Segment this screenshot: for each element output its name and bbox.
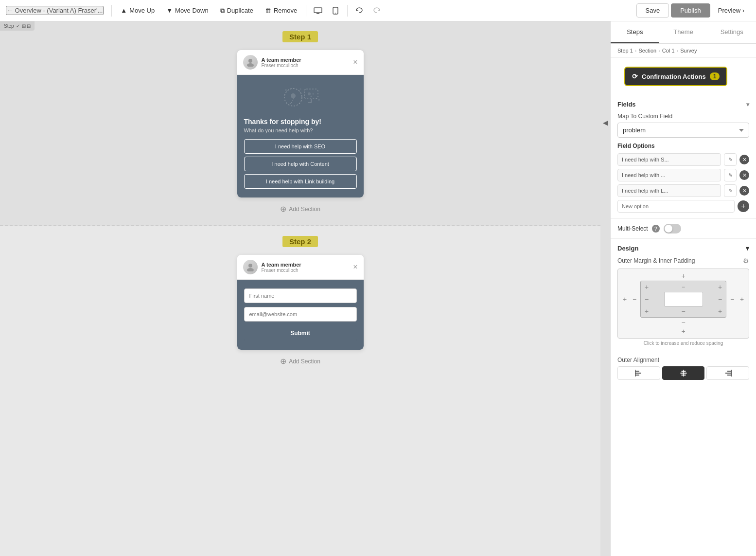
field-option-row-2: ✎ ✕	[617, 169, 749, 181]
margin-right-minus[interactable]: −	[728, 295, 736, 303]
field-option-remove-1[interactable]: ✕	[739, 155, 749, 164]
padding-right-minus[interactable]: −	[716, 295, 724, 303]
choice-btn-3[interactable]: I need help with Link building	[244, 174, 357, 189]
field-option-row-1: ✎ ✕	[617, 153, 749, 166]
breadcrumb-step1[interactable]: Step 1	[617, 48, 633, 54]
svg-point-14	[318, 99, 320, 101]
step2-add-section[interactable]: ⊕ Add Section	[0, 350, 600, 373]
align-right-button[interactable]	[706, 366, 749, 380]
field-option-input-3[interactable]	[617, 184, 721, 197]
field-option-input-2[interactable]	[617, 169, 721, 181]
map-custom-field-select[interactable]: problem topic interest category	[617, 123, 749, 138]
gear-icon[interactable]: ⚙	[743, 257, 749, 265]
design-section-header[interactable]: Design ▾	[617, 245, 749, 252]
first-name-field[interactable]	[244, 288, 357, 303]
conf-actions-label: Confirmation Actions	[642, 73, 706, 80]
step2-label: Step 2	[282, 236, 318, 247]
move-up-button[interactable]: ▲ Move Up	[116, 4, 159, 17]
tab-theme[interactable]: Theme	[659, 21, 708, 43]
align-center-button[interactable]	[662, 366, 705, 380]
email-field[interactable]	[244, 307, 357, 322]
tab-settings[interactable]: Settings	[707, 21, 756, 43]
padding-top-minus[interactable]: −	[680, 283, 687, 291]
new-option-add-button[interactable]: +	[738, 200, 749, 212]
breadcrumb-survey[interactable]: Survey	[680, 48, 697, 54]
padding-right-plus[interactable]: +	[716, 283, 724, 291]
confirmation-actions-button[interactable]: ⟳ Confirmation Actions 1	[624, 67, 727, 86]
svg-point-10	[312, 93, 314, 94]
save-button[interactable]: Save	[636, 3, 669, 18]
new-option-input[interactable]	[617, 200, 735, 213]
breadcrumb-col1[interactable]: Col 1	[662, 48, 675, 54]
panel-toggle-button[interactable]: ◀	[603, 119, 608, 126]
panel-tabs: Steps Theme Settings	[611, 21, 756, 44]
svg-point-7	[291, 93, 296, 98]
svg-rect-20	[635, 370, 636, 377]
padding-left-minus[interactable]: −	[643, 295, 651, 303]
margin-top-plus[interactable]: +	[680, 272, 687, 280]
step1-card-close[interactable]: ×	[353, 58, 357, 67]
svg-rect-28	[731, 370, 732, 377]
undo-button[interactable]	[352, 3, 367, 18]
padding-br-plus[interactable]: +	[716, 307, 724, 315]
conf-actions-count: 1	[710, 72, 720, 80]
right-panel: Steps Theme Settings Step 1 › Section › …	[610, 21, 756, 556]
choice-btn-2[interactable]: I need help with Content	[244, 157, 357, 171]
svg-point-15	[248, 264, 252, 268]
field-option-input-1[interactable]	[617, 153, 721, 166]
field-option-edit-2[interactable]: ✎	[724, 169, 737, 181]
svg-rect-1	[316, 13, 319, 14]
tab-steps[interactable]: Steps	[611, 21, 659, 43]
padding-bl-plus[interactable]: +	[643, 307, 651, 315]
breadcrumb-section[interactable]: Section	[638, 48, 656, 54]
margin-bottom-plus[interactable]: +	[680, 327, 687, 335]
padding-inner-left-plus[interactable]: +	[643, 283, 651, 291]
field-options-label: Field Options	[617, 143, 749, 149]
outer-alignment-section: Outer Alignment	[611, 352, 756, 385]
step2-member-name: Fraser mcculloch	[262, 268, 301, 273]
field-option-edit-1[interactable]: ✎	[724, 153, 737, 166]
padding-bottom-minus[interactable]: −	[680, 307, 687, 315]
margin-right-plus[interactable]: +	[738, 295, 746, 303]
mobile-view-button[interactable]	[328, 3, 343, 18]
main-layout: Step ✓ ⊞ ⊟ Step 1 A team me	[0, 21, 756, 556]
step2-card-body: Submit	[237, 280, 364, 350]
divider-3	[347, 5, 348, 17]
back-button[interactable]: ← Overview - (Variant A) Fraser'...	[6, 6, 104, 15]
move-down-button[interactable]: ▼ Move Down	[161, 4, 213, 17]
svg-rect-0	[314, 8, 322, 13]
step2-avatar	[243, 260, 258, 274]
map-field-label: Map To Custom Field	[617, 113, 749, 120]
multiselect-help-icon[interactable]: ?	[652, 225, 660, 233]
fields-chevron: ▾	[746, 101, 749, 108]
svg-rect-8	[304, 89, 318, 99]
multiselect-toggle[interactable]	[664, 224, 681, 233]
choice-btn-1[interactable]: I need help with SEO	[244, 139, 357, 154]
trash-icon: 🗑	[265, 7, 271, 14]
svg-point-5	[247, 63, 254, 67]
svg-point-11	[310, 95, 312, 97]
desktop-view-button[interactable]	[310, 3, 326, 18]
align-left-button[interactable]	[617, 366, 660, 380]
margin-padding-sublabel: Outer Margin & Inner Padding ⚙	[617, 257, 749, 265]
publish-button[interactable]: Publish	[671, 3, 710, 18]
step1-add-section[interactable]: ⊕ Add Section	[0, 197, 600, 220]
margin-left-minus[interactable]: −	[631, 295, 638, 303]
field-option-remove-3[interactable]: ✕	[739, 186, 749, 196]
preview-button[interactable]: Preview ›	[712, 4, 750, 17]
fields-section-header[interactable]: Fields ▾	[617, 101, 749, 108]
duplicate-button[interactable]: ⧉ Duplicate	[215, 4, 258, 17]
step2-card-close[interactable]: ×	[353, 263, 357, 271]
step1-card-body: Thanks for stopping by! What do you need…	[237, 75, 364, 197]
fields-label: Fields	[617, 101, 636, 108]
margin-bottom-minus[interactable]: −	[680, 319, 687, 326]
margin-left-plus[interactable]: +	[621, 295, 629, 303]
remove-button[interactable]: 🗑 Remove	[260, 4, 302, 17]
field-option-remove-2[interactable]: ✕	[739, 170, 749, 180]
step1-member-name: Fraser mcculloch	[262, 63, 301, 68]
redo-button[interactable]	[369, 3, 385, 18]
svg-point-16	[247, 268, 254, 271]
submit-button[interactable]: Submit	[244, 325, 357, 341]
field-option-edit-3[interactable]: ✎	[724, 184, 737, 197]
svg-point-3	[335, 13, 336, 14]
